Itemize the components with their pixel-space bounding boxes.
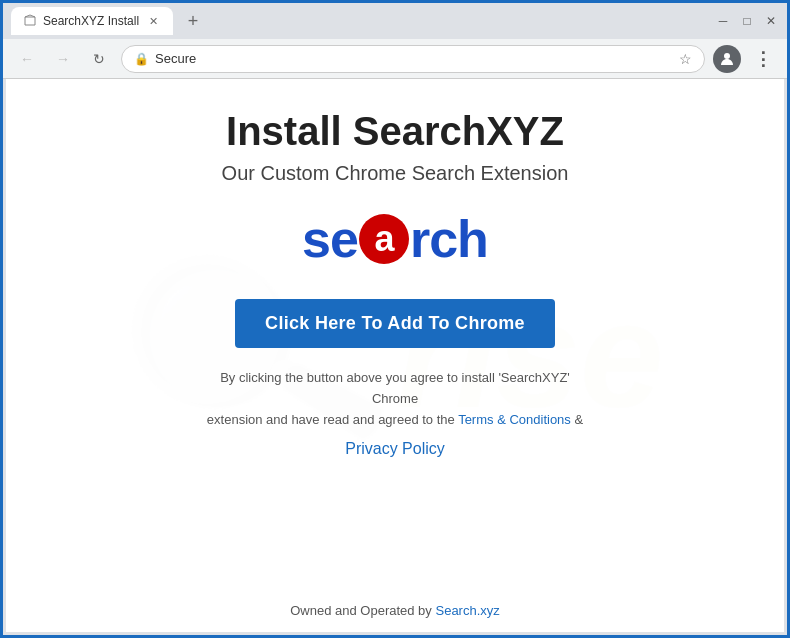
new-tab-button[interactable]: + bbox=[179, 7, 207, 35]
page-subtitle: Our Custom Chrome Search Extension bbox=[222, 162, 569, 185]
chrome-menu-button[interactable]: ⋮ bbox=[749, 45, 777, 73]
logo-a: a bbox=[374, 218, 393, 260]
minimize-button[interactable]: ─ bbox=[715, 13, 731, 29]
disclaimer-amp: & bbox=[574, 412, 583, 427]
address-bar[interactable]: 🔒 Secure ☆ bbox=[121, 45, 705, 73]
browser-tab[interactable]: SearchXYZ Install ✕ bbox=[11, 7, 173, 35]
footer-link[interactable]: Search.xyz bbox=[435, 603, 499, 618]
page-footer: Owned and Operated by Search.xyz bbox=[290, 591, 500, 632]
bookmark-icon[interactable]: ☆ bbox=[679, 51, 692, 67]
page-content: 🔍 rise Install SearchXYZ Our Custom Chro… bbox=[6, 79, 784, 632]
restore-button[interactable]: □ bbox=[739, 13, 755, 29]
tab-favicon bbox=[23, 14, 37, 28]
disclaimer: By clicking the button above you agree t… bbox=[205, 368, 585, 430]
search-logo: se a rch bbox=[302, 209, 488, 269]
privacy-policy-link[interactable]: Privacy Policy bbox=[345, 440, 445, 458]
svg-point-1 bbox=[724, 53, 730, 59]
browser-window: SearchXYZ Install ✕ + ─ □ ✕ ← → ↻ 🔒 Secu… bbox=[0, 0, 790, 638]
window-controls: ─ □ ✕ bbox=[715, 13, 779, 29]
page-title: Install SearchXYZ bbox=[226, 109, 564, 154]
browser-toolbar: ← → ↻ 🔒 Secure ☆ ⋮ bbox=[3, 39, 787, 79]
logo-suffix: rch bbox=[410, 209, 488, 269]
profile-button[interactable] bbox=[713, 45, 741, 73]
secure-icon: 🔒 bbox=[134, 52, 149, 66]
tab-title: SearchXYZ Install bbox=[43, 14, 139, 28]
forward-button[interactable]: → bbox=[49, 45, 77, 73]
disclaimer-line2: extension and have read and agreed to th… bbox=[207, 412, 455, 427]
logo-prefix: se bbox=[302, 209, 358, 269]
footer-text: Owned and Operated by bbox=[290, 603, 432, 618]
disclaimer-line1: By clicking the button above you agree t… bbox=[220, 370, 570, 406]
add-to-chrome-button[interactable]: Click Here To Add To Chrome bbox=[235, 299, 555, 348]
main-content: Install SearchXYZ Our Custom Chrome Sear… bbox=[6, 79, 784, 591]
address-text: Secure bbox=[155, 51, 196, 66]
title-bar: SearchXYZ Install ✕ + ─ □ ✕ bbox=[3, 3, 787, 39]
close-button[interactable]: ✕ bbox=[763, 13, 779, 29]
search-logo-text: se a rch bbox=[302, 209, 488, 269]
logo-a-circle: a bbox=[359, 214, 409, 264]
terms-link[interactable]: Terms & Conditions bbox=[458, 412, 571, 427]
refresh-button[interactable]: ↻ bbox=[85, 45, 113, 73]
back-button[interactable]: ← bbox=[13, 45, 41, 73]
tab-close-button[interactable]: ✕ bbox=[145, 13, 161, 29]
